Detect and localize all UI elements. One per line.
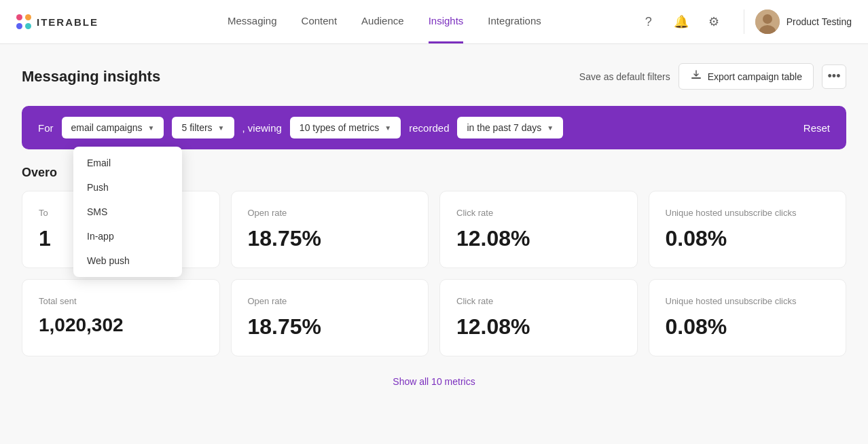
filters-label: 5 filters xyxy=(181,122,212,133)
page-title: Messaging insights xyxy=(22,68,160,86)
more-options-button[interactable]: ••• xyxy=(822,64,846,89)
metric-label: Total sent xyxy=(39,296,203,306)
dropdown-item-push[interactable]: Push xyxy=(73,175,182,200)
chevron-down-icon: ▼ xyxy=(384,124,391,132)
logo-text: ITERABLE xyxy=(37,16,98,28)
metric-value: 1,020,302 xyxy=(39,314,203,336)
export-label: Export campaign table xyxy=(708,71,802,82)
export-button[interactable]: Export campaign table xyxy=(679,63,814,90)
navbar: ITERABLE Messaging Content Audience Insi… xyxy=(0,0,868,44)
metric-value: 18.75% xyxy=(248,226,412,251)
campaign-type-filter[interactable]: email campaigns ▼ xyxy=(62,117,164,138)
metrics-row-2: Total sent 1,020,302 Open rate 18.75% Cl… xyxy=(22,279,846,356)
dropdown-item-sms[interactable]: SMS xyxy=(73,200,182,224)
gear-icon: ⚙ xyxy=(708,14,719,29)
help-icon: ? xyxy=(645,15,652,29)
metric-value: 12.08% xyxy=(456,226,621,251)
logo-area[interactable]: ITERABLE xyxy=(16,14,98,29)
svg-rect-3 xyxy=(691,77,701,79)
metric-value: 18.75% xyxy=(248,314,412,339)
filter-bar: For email campaigns ▼ 5 filters ▼ , view… xyxy=(22,106,846,149)
recorded-label: recorded xyxy=(409,122,449,134)
campaign-type-label: email campaigns xyxy=(71,122,143,133)
svg-point-1 xyxy=(763,14,772,24)
metric-card-click-rate-1: Click rate 12.08% xyxy=(439,191,638,268)
nav-insights[interactable]: Insights xyxy=(429,0,464,43)
metric-label: Unique hosted unsubscribe clicks xyxy=(666,208,830,218)
nav-links: Messaging Content Audience Insights Inte… xyxy=(131,0,638,43)
metrics-filter[interactable]: 10 types of metrics ▼ xyxy=(290,117,401,138)
metric-card-open-rate-2: Open rate 18.75% xyxy=(231,279,429,356)
campaign-type-dropdown: Email Push SMS In-app Web push xyxy=(73,147,182,277)
metric-value: 0.08% xyxy=(666,314,830,339)
metric-card-total-sent: Total sent 1,020,302 xyxy=(22,279,220,356)
more-icon: ••• xyxy=(828,69,841,84)
page-header: Messaging insights Save as default filte… xyxy=(22,63,846,90)
metric-label: Unique hosted unsubscribe clicks xyxy=(666,296,830,306)
metrics-label: 10 types of metrics xyxy=(300,122,380,133)
metric-card-click-rate-2: Click rate 12.08% xyxy=(439,279,638,356)
export-icon xyxy=(690,69,702,84)
metric-label: Click rate xyxy=(456,208,621,218)
notifications-button[interactable]: 🔔 xyxy=(670,11,692,33)
date-range-filter[interactable]: in the past 7 days ▼ xyxy=(457,117,563,138)
dropdown-item-in-app[interactable]: In-app xyxy=(73,224,182,248)
show-all-area: Show all 10 metrics xyxy=(22,367,846,404)
chevron-down-icon: ▼ xyxy=(547,124,554,132)
chevron-down-icon: ▼ xyxy=(148,124,155,132)
settings-button[interactable]: ⚙ xyxy=(703,11,725,33)
metric-value: 0.08% xyxy=(666,226,830,251)
for-label: For xyxy=(38,122,54,134)
logo-icon xyxy=(16,14,31,29)
metric-label: Open rate xyxy=(248,296,412,306)
user-area[interactable]: Product Testing xyxy=(744,10,852,34)
chevron-down-icon: ▼ xyxy=(218,124,225,132)
date-range-label: in the past 7 days xyxy=(467,122,541,133)
metric-label: Open rate xyxy=(248,208,412,218)
metric-label: Click rate xyxy=(456,296,621,306)
nav-messaging[interactable]: Messaging xyxy=(228,0,277,43)
nav-content[interactable]: Content xyxy=(302,0,338,43)
metric-card-open-rate-1: Open rate 18.75% xyxy=(231,191,429,268)
metric-value: 12.08% xyxy=(456,314,621,339)
header-actions: Save as default filters Export campaign … xyxy=(579,63,846,90)
filters-filter[interactable]: 5 filters ▼ xyxy=(172,117,234,138)
avatar xyxy=(755,10,780,34)
metric-card-unsubscribe-2: Unique hosted unsubscribe clicks 0.08% xyxy=(649,279,847,356)
page-content: Messaging insights Save as default filte… xyxy=(0,44,868,404)
show-all-button[interactable]: Show all 10 metrics xyxy=(393,376,475,387)
nav-icons: ? 🔔 ⚙ Product Testing xyxy=(638,10,852,34)
nav-audience[interactable]: Audience xyxy=(361,0,404,43)
save-default-button[interactable]: Save as default filters xyxy=(579,71,670,82)
dropdown-item-web-push[interactable]: Web push xyxy=(73,248,182,273)
user-name: Product Testing xyxy=(786,16,852,27)
nav-integrations[interactable]: Integrations xyxy=(488,0,541,43)
metric-card-unsubscribe-1: Unique hosted unsubscribe clicks 0.08% xyxy=(649,191,847,268)
bell-icon: 🔔 xyxy=(674,14,689,29)
dropdown-item-email[interactable]: Email xyxy=(73,151,182,175)
reset-button[interactable]: Reset xyxy=(803,122,830,134)
help-button[interactable]: ? xyxy=(638,11,659,33)
viewing-label: , viewing xyxy=(242,122,282,134)
